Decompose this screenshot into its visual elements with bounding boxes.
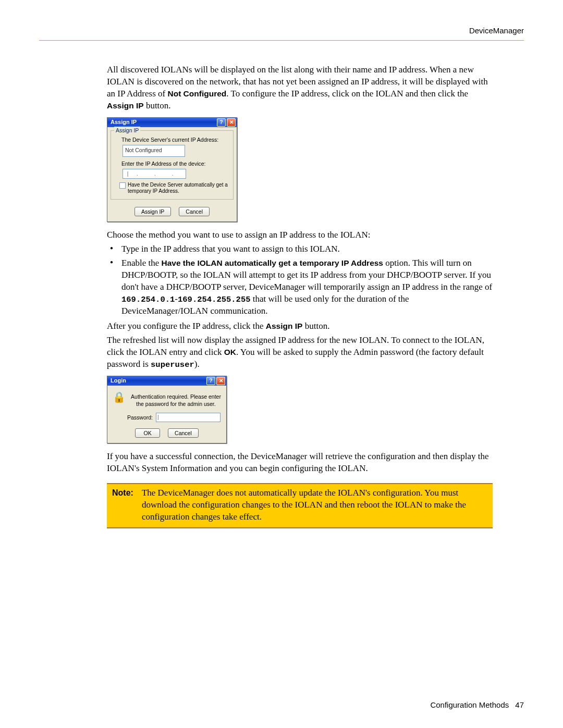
method-list: Type in the IP address that you want to … bbox=[107, 243, 493, 317]
auto-ip-checkbox[interactable] bbox=[119, 182, 126, 189]
ip-sep: . bbox=[137, 170, 138, 178]
page-number: 47 bbox=[515, 700, 524, 709]
success-connection-text: If you have a successful connection, the… bbox=[107, 451, 493, 475]
text: . To configure the IP address, click on … bbox=[226, 89, 468, 98]
text: Type in the IP address that you want to … bbox=[121, 244, 340, 254]
assign-ip-group: Assign IP The Device Server's current IP… bbox=[111, 130, 234, 200]
password-label: Password: bbox=[127, 414, 153, 421]
ip-sep: . bbox=[172, 170, 174, 178]
text: ). bbox=[194, 359, 200, 369]
text: Enable the bbox=[121, 258, 161, 268]
choose-method-text: Choose the method you want to use to ass… bbox=[107, 229, 493, 241]
current-ip-display: Not Configured bbox=[123, 145, 185, 157]
text: button. bbox=[302, 321, 329, 331]
password-input[interactable]: | bbox=[156, 413, 221, 422]
header-rule bbox=[39, 40, 524, 41]
note-label: Note: bbox=[112, 487, 133, 523]
note-text: The DeviceManager does not automatically… bbox=[142, 487, 487, 523]
dialog-title: Assign IP bbox=[111, 118, 137, 126]
help-icon[interactable]: ? bbox=[206, 377, 215, 385]
after-configure-text: After you configure the IP address, clic… bbox=[107, 320, 493, 332]
auto-ip-checkbox-label: Have the Device Server automatically get… bbox=[128, 182, 229, 194]
list-item: Enable the Have the IOLAN automatically … bbox=[107, 257, 493, 317]
intro-paragraph: All discovered IOLANs will be displayed … bbox=[107, 64, 493, 112]
assign-ip-button[interactable]: Assign IP bbox=[134, 207, 171, 216]
dialog-title: Login bbox=[111, 377, 126, 385]
mono-text: 169.254.255.255 bbox=[178, 295, 251, 304]
text: After you configure the IP address, clic… bbox=[107, 321, 266, 331]
dialog-titlebar[interactable]: Assign IP ? ✕ bbox=[107, 118, 237, 127]
footer-section: Configuration Methods bbox=[430, 700, 509, 709]
ip-input[interactable]: | . . . bbox=[123, 169, 186, 179]
dialog-titlebar[interactable]: Login ? ✕ bbox=[107, 376, 226, 386]
header-product: DeviceManager bbox=[39, 26, 524, 35]
bold-text: Have the IOLAN automatically get a tempo… bbox=[161, 258, 383, 267]
login-message: Authentication required. Please enter th… bbox=[131, 393, 221, 408]
close-icon[interactable]: ✕ bbox=[227, 118, 236, 127]
mono-text: 169.254.0.1 bbox=[121, 295, 175, 304]
ok-button[interactable]: OK bbox=[135, 428, 160, 438]
bold-text: OK bbox=[224, 348, 236, 356]
enter-ip-label: Enter the IP Address of the device: bbox=[121, 160, 229, 167]
text: button. bbox=[144, 101, 171, 110]
page-footer: Configuration Methods47 bbox=[430, 700, 524, 709]
refreshed-list-text: The refreshed list will now display the … bbox=[107, 335, 493, 371]
ip-sep: . bbox=[154, 170, 156, 178]
bold-text: Assign IP bbox=[107, 101, 144, 110]
ip-cursor: | bbox=[127, 170, 129, 178]
group-legend: Assign IP bbox=[114, 127, 140, 134]
body-content: All discovered IOLANs will be displayed … bbox=[107, 64, 493, 528]
bold-text: Assign IP bbox=[266, 322, 303, 330]
cancel-button[interactable]: Cancel bbox=[179, 207, 210, 216]
bold-text: Not Configured bbox=[167, 89, 226, 98]
assign-ip-dialog: Assign IP ? ✕ Assign IP The Device Serve… bbox=[107, 117, 237, 223]
close-icon[interactable]: ✕ bbox=[216, 377, 225, 385]
cancel-button[interactable]: Cancel bbox=[168, 428, 199, 438]
mono-text: superuser bbox=[151, 360, 194, 369]
note-block: Note: The DeviceManager does not automat… bbox=[107, 483, 493, 528]
list-item: Type in the IP address that you want to … bbox=[107, 243, 493, 255]
current-ip-label: The Device Server's current IP Address: bbox=[121, 136, 229, 143]
lock-icon: 🔒 bbox=[113, 392, 126, 402]
login-dialog: Login ? ✕ 🔒 Authentication required. Ple… bbox=[107, 376, 227, 444]
help-icon[interactable]: ? bbox=[217, 118, 226, 127]
